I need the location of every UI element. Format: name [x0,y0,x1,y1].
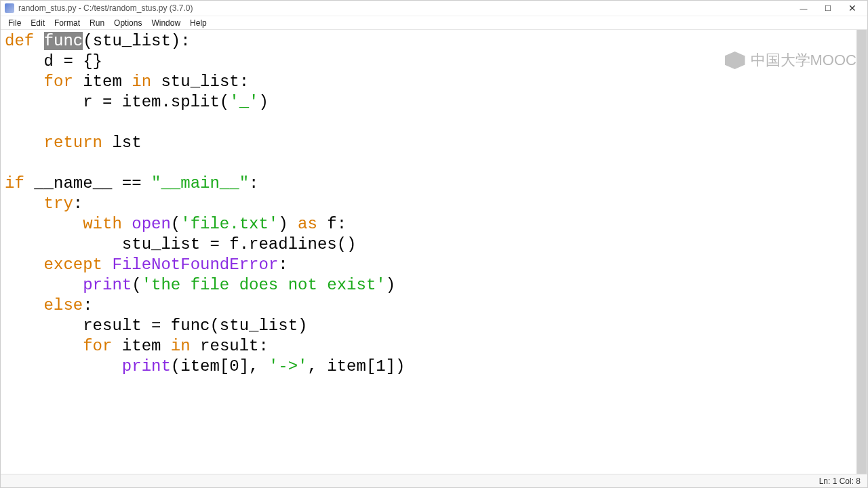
scroll-thumb[interactable] [857,30,867,474]
menu-format[interactable]: Format [50,17,85,29]
app-icon [5,3,14,13]
editor-wrap: def func(stu_list): d = {} for item in s… [1,30,867,474]
title-bar: random_stus.py - C:/test/random_stus.py … [1,1,867,16]
maximize-button[interactable]: ☐ [816,1,840,16]
close-button[interactable]: ✕ [840,1,865,16]
cursor-position: Ln: 1 Col: 8 [819,476,861,486]
menu-options[interactable]: Options [109,17,146,29]
menu-run[interactable]: Run [85,17,109,29]
window-title: random_stus.py - C:/test/random_stus.py … [18,3,193,13]
vertical-scrollbar[interactable] [856,30,867,474]
menu-bar: File Edit Format Run Options Window Help [1,16,867,30]
minimize-button[interactable]: — [791,1,816,16]
code-editor[interactable]: def func(stu_list): d = {} for item in s… [1,30,856,474]
menu-window[interactable]: Window [146,17,185,29]
status-bar: Ln: 1 Col: 8 [1,474,867,487]
selected-text: func [44,32,83,50]
menu-help[interactable]: Help [185,17,212,29]
idle-window: random_stus.py - C:/test/random_stus.py … [0,0,868,488]
menu-edit[interactable]: Edit [26,17,50,29]
menu-file[interactable]: File [3,17,26,29]
